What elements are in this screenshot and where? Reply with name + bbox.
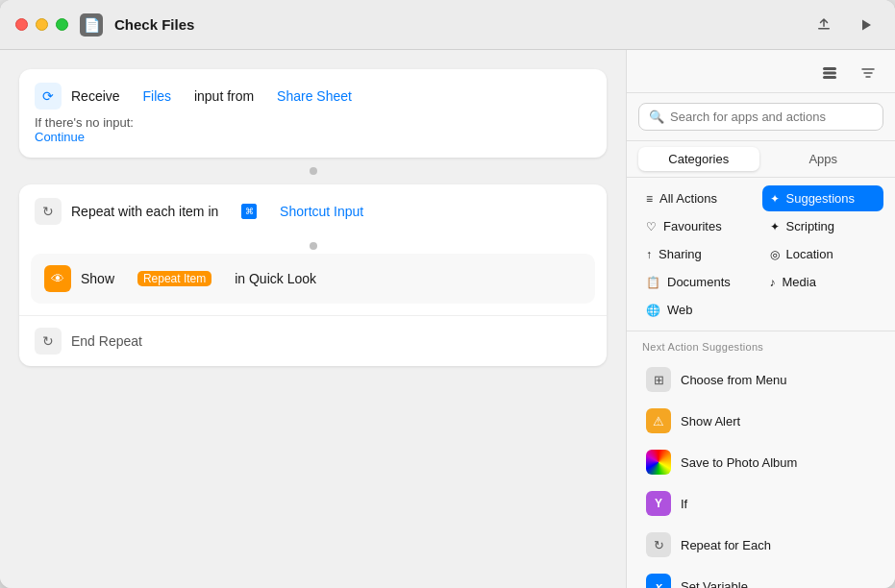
svg-rect-3	[823, 72, 836, 75]
category-scripting[interactable]: ✦ Scripting	[762, 213, 884, 239]
titlebar: 📄 Check Files	[0, 0, 895, 50]
favourites-label: Favourites	[663, 219, 722, 233]
category-all-actions[interactable]: ≡ All Actions	[638, 185, 760, 211]
if-label: If	[681, 497, 687, 511]
repeat-icon: ↻	[35, 198, 62, 225]
shortcut-input-icon: ⌘	[241, 204, 257, 219]
suggestion-choose-from-menu[interactable]: ⊞ Choose from Menu	[634, 359, 887, 400]
library-button[interactable]	[814, 58, 845, 88]
all-actions-label: All Actions	[659, 191, 717, 206]
search-box[interactable]: 🔍	[638, 103, 883, 131]
minimize-button[interactable]	[36, 18, 48, 31]
filter-button[interactable]	[853, 58, 883, 88]
receive-source[interactable]: Share Sheet	[277, 88, 352, 104]
fullscreen-button[interactable]	[56, 18, 68, 31]
receive-middle: input from	[194, 88, 254, 104]
location-label: Location	[786, 247, 833, 261]
end-repeat-label: End Repeat	[71, 333, 142, 349]
shortcut-badge: ⌘	[241, 204, 257, 219]
categories-grid: ≡ All Actions ✦ Suggestions ♡ Favourites…	[627, 178, 895, 331]
repeat-container: ↻ Repeat with each item in ⌘ Shortcut In…	[19, 184, 607, 366]
svg-rect-0	[818, 28, 830, 30]
workflow-canvas[interactable]: ⟳ Receive Files input from Share Sheet I…	[0, 50, 626, 588]
show-alert-icon: ⚠	[646, 408, 671, 433]
suggestion-show-alert[interactable]: ⚠ Show Alert	[634, 401, 887, 441]
repeat-header: ↻ Repeat with each item in ⌘ Shortcut In…	[19, 184, 607, 238]
repeat-input[interactable]: Shortcut Input	[280, 204, 363, 219]
if-icon: Y	[646, 491, 671, 516]
receive-icon: ⟳	[35, 83, 62, 110]
show-block[interactable]: 👁 Show Repeat Item in Quick Look	[31, 254, 595, 304]
show-suffix: in Quick Look	[235, 271, 316, 286]
category-media[interactable]: ♪ Media	[762, 269, 884, 295]
favourites-icon: ♡	[646, 220, 657, 233]
receive-prefix: Receive	[71, 88, 120, 104]
suggestions-icon: ✦	[770, 192, 780, 206]
search-input[interactable]	[670, 110, 873, 124]
category-location[interactable]: ◎ Location	[762, 241, 884, 267]
show-prefix: Show	[81, 271, 114, 286]
choose-menu-icon: ⊞	[646, 367, 671, 392]
web-label: Web	[667, 303, 693, 317]
titlebar-actions	[810, 12, 880, 38]
document-icon: 📄	[80, 13, 103, 37]
repeat-prefix: Repeat with each item in	[71, 204, 218, 219]
library-icon	[821, 64, 838, 82]
receive-noinput-label: If there's no input:	[35, 115, 134, 130]
traffic-lights	[15, 18, 68, 31]
category-web[interactable]: 🌐 Web	[638, 297, 760, 323]
category-sharing[interactable]: ↑ Sharing	[638, 241, 760, 267]
repeat-each-label: Repeat for Each	[681, 538, 771, 552]
receive-block[interactable]: ⟳ Receive Files input from Share Sheet I…	[19, 69, 607, 158]
window-title: Check Files	[114, 16, 799, 33]
web-icon: 🌐	[646, 304, 660, 317]
end-repeat-block: ↻ End Repeat	[19, 315, 607, 366]
category-documents[interactable]: 📋 Documents	[638, 269, 760, 295]
suggestions-section: Next Action Suggestions ⊞ Choose from Me…	[627, 331, 895, 588]
svg-rect-2	[823, 67, 836, 70]
filter-icon	[859, 64, 877, 82]
category-suggestions[interactable]: ✦ Suggestions	[762, 185, 884, 211]
right-panel: 🔍 Categories Apps ≡ All Actions ✦	[626, 50, 895, 588]
suggestions-label: Suggestions	[786, 191, 856, 206]
sharing-icon: ↑	[646, 248, 652, 261]
right-toolbar	[627, 50, 895, 93]
repeat-each-icon: ↻	[646, 532, 671, 557]
media-label: Media	[783, 275, 816, 289]
upload-icon	[815, 16, 833, 34]
receive-block-header: ⟳ Receive Files input from Share Sheet	[35, 83, 591, 110]
search-container: 🔍	[627, 93, 895, 141]
receive-continue[interactable]: Continue	[35, 130, 85, 144]
documents-label: Documents	[667, 275, 731, 289]
svg-rect-4	[823, 76, 836, 79]
all-actions-icon: ≡	[646, 192, 653, 206]
search-icon: 🔍	[649, 110, 664, 124]
main-content: ⟳ Receive Files input from Share Sheet I…	[0, 50, 895, 588]
close-button[interactable]	[15, 18, 28, 31]
suggestion-if[interactable]: Y If	[634, 483, 887, 524]
location-icon: ◎	[770, 248, 780, 261]
suggestion-set-variable[interactable]: x Set Variable	[634, 566, 887, 588]
set-variable-label: Set Variable	[681, 579, 748, 589]
save-photo-label: Save to Photo Album	[681, 455, 797, 470]
show-alert-label: Show Alert	[681, 414, 740, 429]
upload-button[interactable]	[810, 12, 837, 38]
play-button[interactable]	[853, 12, 880, 38]
sharing-label: Sharing	[659, 247, 702, 261]
receive-subtext: If there's no input: Continue	[35, 115, 591, 144]
repeat-item-tag[interactable]: Repeat Item	[137, 271, 211, 286]
media-icon: ♪	[770, 276, 776, 289]
set-variable-icon: x	[646, 574, 671, 588]
tab-categories[interactable]: Categories	[638, 147, 759, 171]
suggestion-save-photo[interactable]: Save to Photo Album	[634, 442, 887, 482]
main-window: 📄 Check Files ⟳	[0, 0, 895, 588]
documents-icon: 📋	[646, 276, 660, 289]
show-icon: 👁	[44, 265, 71, 292]
tab-apps[interactable]: Apps	[763, 147, 884, 171]
category-favourites[interactable]: ♡ Favourites	[638, 213, 760, 239]
receive-type[interactable]: Files	[142, 88, 171, 104]
scripting-label: Scripting	[786, 219, 835, 233]
connector-inner	[310, 242, 317, 250]
scripting-icon: ✦	[770, 220, 780, 233]
suggestion-repeat-for-each[interactable]: ↻ Repeat for Each	[634, 525, 887, 565]
